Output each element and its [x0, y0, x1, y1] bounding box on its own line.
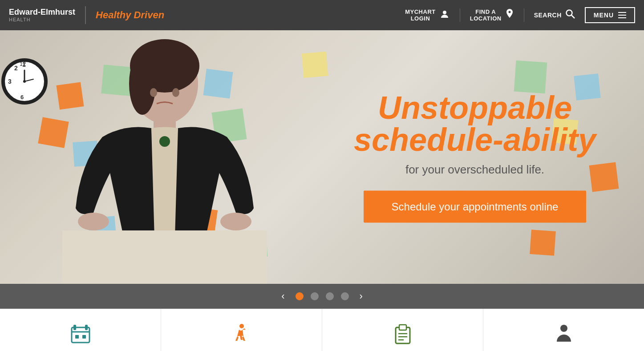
header-nav: MYCHART LOGIN FIND A LOCATION: [395, 7, 635, 23]
hero-subtitle: for your overscheduled life.: [341, 163, 608, 177]
quick-links-section: SCHEDULE ONLINE › CONVENIENT CARE ›: [0, 309, 644, 351]
svg-rect-18: [62, 230, 267, 284]
convenient-care-link[interactable]: CONVENIENT CARE ›: [161, 309, 322, 351]
svg-point-14: [129, 52, 156, 115]
carousel-dot-3[interactable]: [326, 292, 334, 300]
main-header: Edward-Elmhurst HEALTH Healthy Driven MY…: [0, 0, 644, 30]
carousel-next-button[interactable]: ›: [356, 289, 366, 304]
logo-text: Edward-Elmhurst HEALTH: [9, 8, 75, 22]
user-icon: [439, 9, 450, 22]
logo-divider: [85, 6, 86, 24]
menu-label: MENU: [594, 12, 614, 19]
svg-point-1: [566, 10, 572, 16]
find-line1: FIND A: [470, 8, 502, 15]
svg-rect-27: [82, 335, 86, 339]
carousel-dot-1[interactable]: [296, 292, 304, 300]
menu-button[interactable]: MENU: [585, 7, 635, 23]
svg-point-28: [239, 324, 244, 328]
mychart-line2: LOGIN: [405, 15, 436, 22]
hero-person-illustration: [36, 30, 294, 284]
svg-text:2: 2: [14, 65, 18, 72]
mychart-line1: MYCHART: [405, 8, 436, 15]
svg-text:12: 12: [20, 61, 26, 67]
svg-point-11: [23, 80, 26, 83]
svg-point-34: [560, 325, 567, 332]
svg-rect-25: [85, 325, 88, 330]
svg-point-16: [78, 213, 109, 230]
location-icon: [505, 9, 514, 22]
svg-rect-26: [75, 335, 79, 339]
carousel-dot-4[interactable]: [341, 292, 349, 300]
find-location-button[interactable]: FIND A LOCATION: [460, 8, 524, 22]
svg-point-20: [150, 88, 157, 97]
carousel-controls: ‹ ›: [0, 284, 644, 309]
clipboard-icon: [392, 323, 413, 347]
find-line2: LOCATION: [470, 15, 502, 22]
sticky-note-6: [514, 61, 547, 94]
logo-area: Edward-Elmhurst HEALTH Healthy Driven: [9, 6, 164, 24]
find-a-doctor-link[interactable]: FIND A DOCTOR ›: [322, 309, 483, 351]
carousel-dot-2[interactable]: [311, 292, 319, 300]
logo-name: Edward-Elmhurst: [9, 8, 75, 16]
sticky-note-18: [530, 230, 556, 256]
calendar-icon: [70, 323, 91, 347]
sticky-note-5: [302, 52, 328, 78]
logo-sub: HEALTH: [9, 17, 75, 22]
search-button[interactable]: SEARCH: [524, 9, 585, 21]
svg-point-0: [443, 11, 446, 14]
hamburger-icon: [618, 12, 626, 18]
svg-line-2: [571, 15, 575, 18]
schedule-cta-button[interactable]: Schedule your appointments online: [364, 191, 586, 223]
mychart-login-button[interactable]: MYCHART LOGIN: [395, 8, 460, 22]
hero-title-1: Unstoppable: [341, 92, 608, 124]
svg-rect-30: [399, 325, 406, 330]
svg-point-21: [172, 88, 179, 97]
hero-title-2: schedule-ability: [341, 124, 608, 156]
logo-tagline: Healthy Driven: [96, 9, 164, 21]
svg-rect-24: [73, 325, 76, 330]
location-text: FIND A LOCATION: [470, 8, 502, 22]
carousel-prev-button[interactable]: ‹: [278, 289, 288, 304]
our-services-link[interactable]: OUR SERVICES ›: [483, 309, 644, 351]
mychart-text: MYCHART LOGIN: [405, 8, 436, 22]
person-icon: [553, 323, 575, 347]
svg-point-19: [159, 136, 170, 147]
svg-text:6: 6: [20, 94, 24, 101]
schedule-online-link[interactable]: SCHEDULE ONLINE ›: [0, 309, 161, 351]
walk-icon: [231, 323, 252, 347]
hero-section: 3 2 1 6 12: [0, 30, 644, 284]
hero-content: Unstoppable schedule-ability for your ov…: [341, 92, 608, 223]
svg-text:3: 3: [8, 78, 12, 85]
search-label: SEARCH: [534, 12, 562, 19]
search-icon: [565, 9, 575, 21]
svg-point-17: [220, 213, 251, 230]
